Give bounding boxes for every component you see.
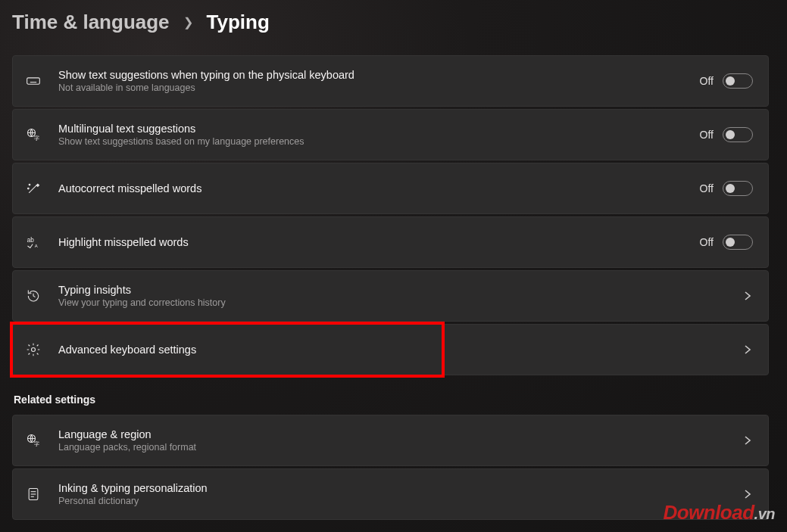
toggle-state-label: Off	[700, 75, 714, 87]
setting-title: Language & region	[58, 428, 742, 440]
related-language-region[interactable]: 字 Language & region Language packs, regi…	[12, 415, 769, 466]
document-icon	[25, 486, 42, 502]
setting-title: Inking & typing personalization	[58, 482, 742, 494]
setting-text: Autocorrect misspelled words	[58, 182, 700, 194]
setting-text: Language & region Language packs, region…	[58, 428, 742, 453]
setting-subtitle: Language packs, regional format	[58, 442, 742, 453]
svg-point-8	[29, 184, 30, 185]
setting-subtitle: View your typing and corrections history	[58, 297, 742, 308]
page-title: Typing	[207, 11, 270, 34]
chevron-right-icon: ❯	[183, 15, 193, 30]
setting-text: Inking & typing personalization Personal…	[58, 482, 742, 506]
setting-title: Typing insights	[58, 284, 742, 296]
chevron-right-icon	[742, 291, 753, 301]
breadcrumb: Time & language ❯ Typing	[12, 11, 769, 34]
setting-title: Advanced keyboard settings	[58, 344, 742, 356]
toggle-switch[interactable]	[723, 73, 753, 89]
svg-rect-0	[27, 78, 40, 84]
chevron-right-icon	[742, 344, 753, 355]
setting-show-text-suggestions[interactable]: Show text suggestions when typing on the…	[12, 55, 769, 107]
setting-title: Highlight misspelled words	[58, 236, 700, 248]
setting-typing-insights[interactable]: Typing insights View your typing and cor…	[12, 270, 769, 322]
setting-multilingual-suggestions[interactable]: 字 Multilingual text suggestions Show tex…	[12, 109, 769, 160]
setting-autocorrect[interactable]: Autocorrect misspelled words Off	[12, 163, 769, 214]
setting-subtitle: Show text suggestions based on my langua…	[58, 136, 700, 147]
globe-text-icon: 字	[25, 126, 42, 143]
toggle-switch[interactable]	[723, 127, 753, 142]
globe-text-icon: 字	[25, 432, 42, 449]
related-settings-heading: Related settings	[14, 394, 769, 406]
spellcheck-icon: abA	[25, 234, 42, 250]
settings-list: Show text suggestions when typing on the…	[12, 55, 769, 375]
setting-title: Show text suggestions when typing on the…	[58, 69, 700, 81]
breadcrumb-parent-link[interactable]: Time & language	[12, 11, 170, 34]
svg-text:ab: ab	[27, 236, 35, 244]
related-inking-typing[interactable]: Inking & typing personalization Personal…	[12, 468, 769, 520]
setting-subtitle: Not available in some languages	[58, 82, 700, 93]
related-settings-list: 字 Language & region Language packs, regi…	[12, 415, 769, 520]
setting-text: Show text suggestions when typing on the…	[58, 69, 700, 93]
toggle-state-label: Off	[700, 236, 714, 248]
setting-text: Advanced keyboard settings	[58, 344, 742, 356]
gear-icon	[25, 341, 42, 358]
setting-text: Typing insights View your typing and cor…	[58, 284, 742, 308]
setting-title: Autocorrect misspelled words	[58, 182, 700, 194]
svg-text:A: A	[35, 244, 38, 248]
svg-point-12	[32, 348, 36, 352]
toggle-state-label: Off	[700, 182, 714, 194]
svg-point-9	[28, 188, 30, 189]
setting-subtitle: Personal dictionary	[58, 496, 742, 506]
svg-text:字: 字	[34, 441, 39, 446]
chevron-right-icon	[742, 489, 753, 499]
toggle-state-label: Off	[700, 129, 714, 141]
keyboard-icon	[25, 73, 42, 89]
setting-title: Multilingual text suggestions	[58, 123, 700, 135]
toggle-switch[interactable]	[723, 235, 753, 250]
chevron-right-icon	[742, 435, 753, 446]
setting-text: Multilingual text suggestions Show text …	[58, 123, 700, 147]
setting-advanced-keyboard[interactable]: Advanced keyboard settings	[12, 324, 769, 375]
setting-text: Highlight misspelled words	[58, 236, 700, 248]
history-icon	[25, 288, 42, 304]
wand-icon	[25, 180, 42, 197]
setting-highlight-misspelled[interactable]: abA Highlight misspelled words Off	[12, 216, 769, 268]
toggle-switch[interactable]	[723, 181, 753, 196]
svg-text:字: 字	[34, 135, 39, 141]
